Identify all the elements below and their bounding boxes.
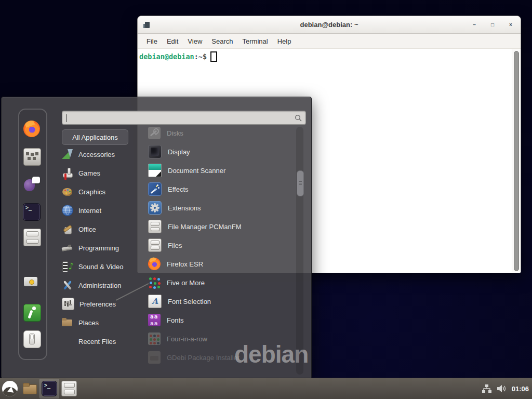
terminal-menubar: File Edit View Search Terminal Help (138, 34, 521, 49)
four-in-a-row-icon (148, 332, 161, 345)
menu-view[interactable]: View (183, 37, 207, 45)
menu-terminal[interactable]: Terminal (238, 37, 273, 45)
log-out-icon (23, 304, 41, 322)
favorite-pidgin-button[interactable] (23, 176, 40, 192)
app-item-effects[interactable]: Effects (148, 180, 291, 198)
app-item-extensions[interactable]: Extensions (148, 198, 291, 217)
terminal-icon (23, 204, 40, 220)
app-item-disks[interactable]: Disks (148, 124, 291, 142)
app-item-four-in-a-row[interactable]: Four-in-a-row (148, 329, 291, 348)
games-icon (62, 167, 73, 179)
places-icon (62, 317, 73, 328)
menu-help[interactable]: Help (273, 37, 296, 45)
app-item-font-selection[interactable]: Font Selection (148, 292, 291, 311)
app-item-fonts[interactable]: Fonts (148, 311, 291, 329)
volume-icon[interactable] (497, 384, 507, 393)
firefox-icon (23, 121, 40, 137)
lock-screen-button[interactable] (23, 275, 40, 292)
search-icon (295, 114, 302, 122)
keyboard-icon (23, 148, 41, 166)
terminal-icon (42, 381, 57, 396)
taskbar-menu-button[interactable] (0, 379, 20, 398)
screen: debian@debian: ~ – □ × File Edit View Se… (0, 0, 532, 399)
terminal-prompt: debian@debian:~$ (139, 51, 217, 62)
category-office[interactable]: Office (62, 220, 145, 238)
internet-icon (62, 205, 73, 216)
terminal-cursor (210, 51, 217, 62)
programming-icon (62, 242, 73, 254)
menu-edit[interactable]: Edit (162, 37, 183, 45)
window-title: debian@debian: ~ (300, 21, 358, 29)
favorite-firefox-button[interactable] (23, 121, 40, 137)
shut-down-icon (23, 330, 41, 348)
menu-search[interactable]: Search (207, 37, 237, 45)
category-internet[interactable]: Internet (62, 201, 145, 220)
category-recent-files[interactable]: Recent Files (62, 332, 145, 351)
graphics-icon (62, 186, 73, 197)
category-accessories[interactable]: Accessories (62, 145, 145, 164)
category-administration[interactable]: Administration (62, 276, 145, 295)
clock[interactable]: 01:06 (512, 385, 529, 393)
text-caret (66, 114, 66, 122)
favorite-terminal-button[interactable] (23, 204, 40, 220)
terminal-scrollbar-thumb[interactable] (514, 51, 519, 271)
font-selection-icon (148, 295, 162, 308)
lock-screen-icon (23, 275, 40, 292)
terminal-titlebar[interactable]: debian@debian: ~ – □ × (138, 16, 521, 34)
minimize-button[interactable]: – (471, 22, 478, 28)
favorite-keyboard-button[interactable] (23, 148, 40, 165)
app-item-five-or-more[interactable]: Five or More (148, 273, 291, 292)
category-sound-video[interactable]: Sound & Video (62, 257, 145, 276)
menu-scrollbar[interactable] (296, 127, 303, 375)
accessories-icon (62, 149, 73, 160)
menu-file[interactable]: File (142, 37, 162, 45)
gdebi-icon (148, 351, 161, 364)
taskbar-files-launcher[interactable] (59, 379, 79, 398)
search-input[interactable] (62, 111, 295, 125)
category-games[interactable]: Games (62, 164, 145, 182)
office-icon (62, 223, 73, 235)
app-item-display[interactable]: Display (148, 142, 291, 161)
log-out-button[interactable] (23, 304, 40, 321)
category-preferences[interactable]: Preferences (62, 295, 145, 313)
close-button[interactable]: × (507, 22, 514, 28)
display-icon (148, 145, 162, 158)
app-item-gdebi-package-installer[interactable]: GDebi Package Installer (148, 348, 291, 367)
maximize-button[interactable]: □ (489, 22, 496, 28)
app-item-file-manager-pcmanfm[interactable]: File Manager PCManFM (148, 217, 291, 236)
shut-down-button[interactable] (23, 330, 40, 347)
terminal-window-icon (145, 22, 150, 28)
taskbar-terminal-launcher[interactable] (39, 379, 59, 398)
prompt-path: :~$ (194, 52, 207, 61)
favorite-files-button[interactable] (23, 229, 40, 245)
firefox-icon (148, 258, 161, 270)
search-box[interactable] (62, 111, 306, 125)
document-scanner-icon (148, 164, 162, 177)
pidgin-icon (23, 176, 40, 192)
fonts-icon (148, 314, 161, 326)
system-tray: 01:06 (482, 378, 529, 399)
file-cabinet-icon (23, 229, 41, 246)
taskbar: 01:06 (0, 378, 532, 399)
all-applications-button[interactable]: All Applications (62, 129, 128, 145)
network-icon[interactable] (482, 384, 491, 393)
file-cabinet-icon (148, 238, 162, 252)
effects-icon (148, 182, 162, 196)
file-cabinet-icon (61, 381, 77, 396)
window-controls: – □ × (471, 16, 514, 33)
spacer (62, 336, 73, 347)
app-item-document-scanner[interactable]: Document Scanner (148, 161, 291, 180)
category-list: Accessories Games Graphics Internet Offi… (62, 145, 145, 351)
taskbar-file-manager-launcher[interactable] (20, 379, 39, 398)
app-item-firefox-esr[interactable]: Firefox ESR (148, 255, 291, 273)
sound-video-icon (62, 261, 73, 272)
category-programming[interactable]: Programming (62, 238, 145, 257)
category-graphics[interactable]: Graphics (62, 182, 145, 201)
menu-scrollbar-thumb[interactable] (297, 170, 304, 196)
all-applications-label: All Applications (72, 134, 117, 141)
terminal-scrollbar[interactable] (512, 49, 520, 272)
menu-orb-icon (2, 381, 18, 396)
app-item-files[interactable]: Files (148, 236, 291, 255)
category-places[interactable]: Places (62, 313, 145, 332)
administration-icon (62, 280, 73, 291)
